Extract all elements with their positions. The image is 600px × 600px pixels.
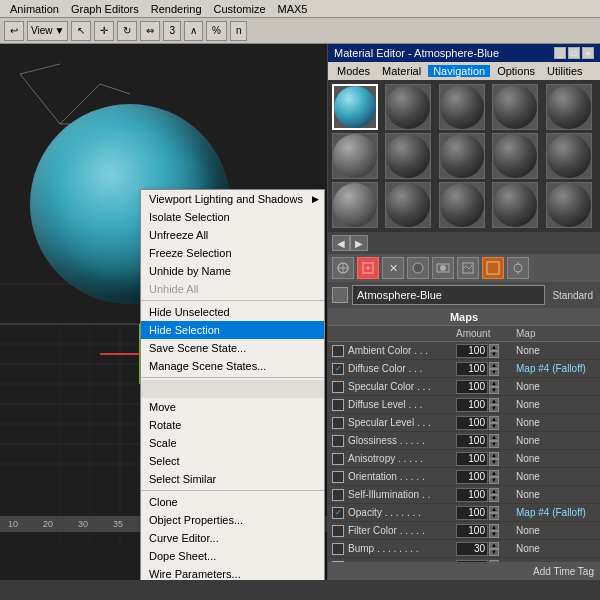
ctx-freeze-selection[interactable]: Freeze Selection	[141, 244, 324, 262]
delete-material-btn[interactable]: ✕	[382, 257, 404, 279]
map-amount-input-3[interactable]	[456, 398, 488, 412]
spin-down-10[interactable]: ▼	[489, 531, 499, 538]
ctx-isolate-selection[interactable]: Isolate Selection	[141, 208, 324, 226]
spin-down-2[interactable]: ▼	[489, 387, 499, 394]
spin-down-6[interactable]: ▼	[489, 459, 499, 466]
scale-tool[interactable]: ⇔	[140, 21, 160, 41]
map-checkbox-10[interactable]	[332, 525, 344, 537]
mat-slot-6[interactable]	[385, 133, 431, 179]
show-in-viewport-btn[interactable]	[432, 257, 454, 279]
spin-down-5[interactable]: ▼	[489, 441, 499, 448]
spin-up-5[interactable]: ▲	[489, 434, 499, 441]
spin-down-7[interactable]: ▼	[489, 477, 499, 484]
mat-slot-4[interactable]	[546, 84, 592, 130]
spin-up-11[interactable]: ▲	[489, 542, 499, 549]
spin-up-4[interactable]: ▲	[489, 416, 499, 423]
spin-up-7[interactable]: ▲	[489, 470, 499, 477]
mat-menu-modes[interactable]: Modes	[332, 65, 375, 77]
ctx-scale[interactable]: Scale	[141, 434, 324, 452]
mat-slot-2[interactable]	[439, 84, 485, 130]
get-material-btn[interactable]	[332, 257, 354, 279]
spin-down-0[interactable]: ▼	[489, 351, 499, 358]
ctx-save-scene-state[interactable]: Save Scene State...	[141, 339, 324, 357]
num-3[interactable]: 3	[163, 21, 181, 41]
spin-up-8[interactable]: ▲	[489, 488, 499, 495]
rotate-tool[interactable]: ↻	[117, 21, 137, 41]
map-checkbox-4[interactable]	[332, 417, 344, 429]
maximize-button[interactable]: □	[568, 47, 580, 59]
map-checkbox-8[interactable]	[332, 489, 344, 501]
map-amount-input-1[interactable]	[456, 362, 488, 376]
icon-b[interactable]: %	[206, 21, 227, 41]
ctx-dope-sheet[interactable]: Dope Sheet...	[141, 547, 324, 565]
mat-slot-3[interactable]	[492, 84, 538, 130]
spin-down-1[interactable]: ▼	[489, 369, 499, 376]
ctx-unfreeze-all[interactable]: Unfreeze All	[141, 226, 324, 244]
undo-btn[interactable]: ↩	[4, 21, 24, 41]
material-name-input[interactable]	[352, 285, 545, 305]
mat-menu-navigation[interactable]: Navigation	[428, 65, 490, 77]
mat-slot-0[interactable]	[332, 84, 378, 130]
backlight-btn[interactable]	[507, 257, 529, 279]
view-dropdown[interactable]: View ▼	[27, 21, 68, 41]
map-amount-input-2[interactable]	[456, 380, 488, 394]
spin-up-10[interactable]: ▲	[489, 524, 499, 531]
ctx-viewport-lighting[interactable]: Viewport Lighting and Shadows▶	[141, 190, 324, 208]
mat-slot-9[interactable]	[546, 133, 592, 179]
ctx-rotate[interactable]: Rotate	[141, 416, 324, 434]
menu-max[interactable]: MAX5	[272, 3, 314, 15]
map-checkbox-6[interactable]	[332, 453, 344, 465]
mat-slot-14[interactable]	[546, 182, 592, 228]
map-checkbox-9[interactable]: ✓	[332, 507, 344, 519]
ctx-hide-selection[interactable]: Hide Selection	[141, 321, 324, 339]
spin-down-3[interactable]: ▼	[489, 405, 499, 412]
ctx-hide-unselected[interactable]: Hide Unselected	[141, 303, 324, 321]
mat-slot-5[interactable]	[332, 133, 378, 179]
menu-customize[interactable]: Customize	[208, 3, 272, 15]
spin-up-1[interactable]: ▲	[489, 362, 499, 369]
mat-slot-1[interactable]	[385, 84, 431, 130]
spin-up-3[interactable]: ▲	[489, 398, 499, 405]
map-checkbox-2[interactable]	[332, 381, 344, 393]
ctx-select[interactable]: Select	[141, 452, 324, 470]
map-checkbox-5[interactable]	[332, 435, 344, 447]
icon-c[interactable]: n	[230, 21, 248, 41]
mat-menu-options[interactable]: Options	[492, 65, 540, 77]
select-tool[interactable]: ↖	[71, 21, 91, 41]
map-checkbox-1[interactable]: ✓	[332, 363, 344, 375]
map-amount-input-8[interactable]	[456, 488, 488, 502]
show-map-btn[interactable]	[457, 257, 479, 279]
assign-material-btn[interactable]	[357, 257, 379, 279]
nav-right[interactable]: ▶	[350, 235, 368, 251]
map-checkbox-7[interactable]	[332, 471, 344, 483]
ctx-manage-scene-states[interactable]: Manage Scene States...	[141, 357, 324, 375]
ctx-move[interactable]: Move	[141, 398, 324, 416]
map-value-9[interactable]: Map #4 (Falloff)	[516, 507, 596, 518]
map-checkbox-3[interactable]	[332, 399, 344, 411]
minimize-button[interactable]: _	[554, 47, 566, 59]
menu-graph-editors[interactable]: Graph Editors	[65, 3, 145, 15]
close-button[interactable]: ×	[582, 47, 594, 59]
mat-slot-8[interactable]	[492, 133, 538, 179]
background-btn[interactable]	[482, 257, 504, 279]
map-amount-input-10[interactable]	[456, 524, 488, 538]
ctx-unhide-by-name[interactable]: Unhide by Name	[141, 262, 324, 280]
move-tool[interactable]: ✛	[94, 21, 114, 41]
spin-down-8[interactable]: ▼	[489, 495, 499, 502]
map-amount-input-5[interactable]	[456, 434, 488, 448]
color-swatch[interactable]	[332, 287, 348, 303]
map-amount-input-7[interactable]	[456, 470, 488, 484]
menu-rendering[interactable]: Rendering	[145, 3, 208, 15]
map-value-1[interactable]: Map #4 (Falloff)	[516, 363, 596, 374]
map-checkbox-11[interactable]	[332, 543, 344, 555]
mat-slot-12[interactable]	[439, 182, 485, 228]
ctx-wire-params[interactable]: Wire Parameters...	[141, 565, 324, 580]
spin-down-4[interactable]: ▼	[489, 423, 499, 430]
map-amount-input-0[interactable]	[456, 344, 488, 358]
mat-slot-10[interactable]	[332, 182, 378, 228]
ctx-select-similar[interactable]: Select Similar	[141, 470, 324, 488]
icon-a[interactable]: ∧	[184, 21, 203, 41]
mat-menu-utilities[interactable]: Utilities	[542, 65, 587, 77]
spin-up-0[interactable]: ▲	[489, 344, 499, 351]
spin-down-9[interactable]: ▼	[489, 513, 499, 520]
